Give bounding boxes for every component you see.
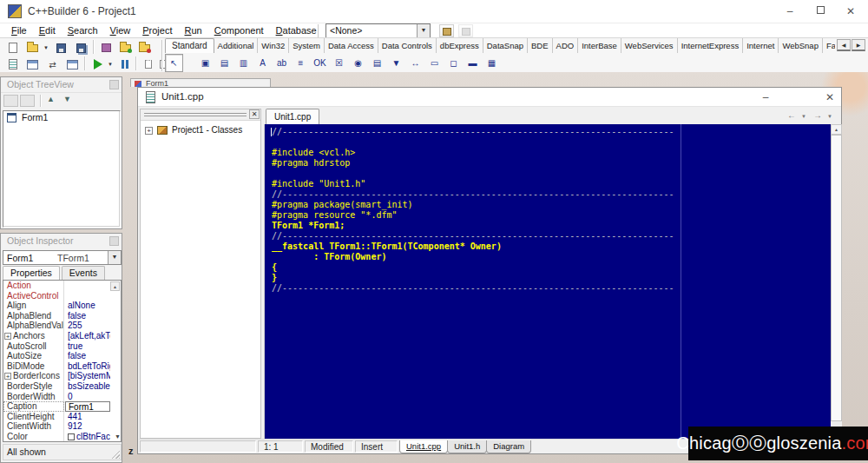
menu-item-file[interactable]: File [5,23,33,38]
property-row-clientheight[interactable]: ClientHeight441 [3,412,121,422]
palette-tab-bde[interactable]: BDE [528,38,553,53]
editor-maximize-button[interactable] [788,88,807,107]
chevron-down-icon[interactable]: ▼ [827,114,832,119]
view-unit-button[interactable] [3,56,22,72]
expand-icon[interactable]: + [4,373,11,380]
new-file-button[interactable] [3,40,22,56]
palette-tab-system[interactable]: System [289,38,325,53]
scroll-up-icon[interactable]: ▲ [831,124,842,135]
property-value[interactable]: true [65,341,110,352]
palette-tab-data-controls[interactable]: Data Controls [378,38,437,53]
property-row-action[interactable]: Action [3,281,121,291]
property-row-color[interactable]: ColorclBtnFace▼ [3,432,121,442]
popup-menu-icon[interactable]: ▥ [234,54,253,72]
menu-item-database[interactable]: Database [270,23,323,38]
property-value[interactable]: Form1 [65,401,110,412]
palette-tab-datasnap[interactable]: DataSnap [483,38,528,53]
property-row-alphablendvalue[interactable]: AlphaBlendValue255 [3,321,121,331]
save-desktop-icon[interactable] [439,24,454,37]
label-icon[interactable]: A [253,54,272,72]
chevron-down-icon[interactable]: ▼ [115,432,121,442]
property-row-bordericons[interactable]: +BorderIcons[biSystemMenu [3,371,121,381]
run-dropdown-icon[interactable]: ▼ [108,62,113,67]
property-value[interactable]: bdLeftToRight [65,361,110,372]
trace-into-button[interactable] [139,56,157,72]
save-button[interactable] [52,40,70,56]
palette-tab-fastnet[interactable]: FastNet [823,38,835,53]
property-value[interactable]: [akLeft,akTop] [65,331,110,341]
property-row-autoscroll[interactable]: AutoScrolltrue [3,341,121,352]
open-file-button[interactable] [23,40,42,56]
palette-tab-internet[interactable]: Internet [743,38,779,53]
run-button[interactable] [89,56,107,72]
property-row-activecontrol[interactable]: ActiveControl [3,291,121,301]
new-form-button[interactable] [63,56,82,72]
panel-icon[interactable]: ▬ [464,54,482,72]
cursor-icon[interactable]: ↖ [165,54,183,72]
tree-item-form1[interactable]: Form1 [3,111,120,124]
view-form-button[interactable] [23,56,42,72]
scroll-up-icon[interactable]: ▲ [110,281,120,291]
chevron-down-icon[interactable]: ▼ [108,251,121,264]
close-icon[interactable] [109,236,119,246]
close-icon[interactable]: ✕ [249,109,260,119]
set-debug-desktop-icon[interactable] [458,24,473,37]
palette-scroll-right-icon[interactable]: ▶ [852,39,865,51]
pause-button[interactable] [115,56,134,72]
palette-tab-webservices[interactable]: WebServices [621,38,678,53]
button-icon[interactable]: OK [311,54,329,72]
property-row-caption[interactable]: CaptionForm1 [3,401,121,412]
property-value[interactable]: 441 [65,412,110,422]
file-tab-unit1-cpp[interactable]: Unit1.cpp [399,440,448,453]
combo-box-icon[interactable]: ▼ [387,54,405,72]
property-value[interactable]: false [65,351,110,361]
palette-tab-win32[interactable]: Win32 [258,38,289,53]
chevron-down-icon[interactable]: ▼ [417,24,430,37]
property-row-anchors[interactable]: +Anchors[akLeft,akTop] [3,331,121,341]
palette-tab-ado[interactable]: ADO [553,38,579,53]
frames-icon[interactable]: ▣ [196,54,214,72]
property-value[interactable]: 0 [65,392,110,402]
menu-item-component[interactable]: Component [208,23,270,38]
vertical-scrollbar[interactable]: ▲ ▼ [831,124,842,439]
palette-tab-websnap[interactable]: WebSnap [779,38,823,53]
palette-tab-data-access[interactable]: Data Access [325,38,378,53]
property-value[interactable]: bsSizeable [65,381,110,392]
maximize-button[interactable] [811,2,830,21]
inspector-tab-properties[interactable]: Properties [3,266,60,280]
expand-icon[interactable]: + [145,127,153,135]
property-row-borderwidth[interactable]: BorderWidth0 [3,392,121,402]
file-tab-diagram[interactable]: Diagram [486,440,531,453]
memo-icon[interactable]: ≡ [292,54,310,72]
menu-item-search[interactable]: Search [62,23,104,38]
instance-selector[interactable]: Form1 TForm1 ▼ [3,250,122,265]
property-value[interactable] [65,281,110,291]
radio-button-icon[interactable]: ◉ [349,54,367,72]
action-list-icon[interactable]: ▦ [483,54,501,72]
open-dropdown-icon[interactable]: ▼ [43,45,49,50]
property-value[interactable]: 912 [65,421,110,432]
file-tab-unit1-h[interactable]: Unit1.h [447,440,487,453]
minimize-button[interactable]: – [780,2,799,21]
explorer-root-node[interactable]: + Project1 - Classes [141,124,260,137]
editor-close-button[interactable]: ✕ [820,88,839,107]
menu-item-view[interactable]: View [104,23,137,38]
menu-item-edit[interactable]: Edit [33,23,62,38]
property-row-clientwidth[interactable]: ClientWidth912 [3,421,121,432]
inspector-tab-events[interactable]: Events [62,266,105,280]
palette-tab-dbexpress[interactable]: dbExpress [437,38,483,53]
add-file-button[interactable] [116,40,135,56]
move-down-icon[interactable]: ▼ [63,95,71,103]
treeview-delete-item-icon[interactable] [20,95,35,107]
radio-group-icon[interactable]: ◻ [444,54,463,72]
property-value[interactable]: 255 [65,321,110,331]
chevron-down-icon[interactable]: ▼ [801,114,806,119]
property-value[interactable]: clBtnFace [65,432,110,442]
menu-item-project[interactable]: Project [136,23,178,38]
palette-tab-interbase[interactable]: InterBase [578,38,621,53]
form-designer-window[interactable]: Form1 [130,78,271,87]
edit-icon[interactable]: ab [273,54,291,72]
palette-tab-standard[interactable]: Standard [165,38,214,53]
property-row-bidimode[interactable]: BiDiModebdLeftToRight [3,361,121,372]
palette-tab-internetexpress[interactable]: InternetExpress [678,38,744,53]
